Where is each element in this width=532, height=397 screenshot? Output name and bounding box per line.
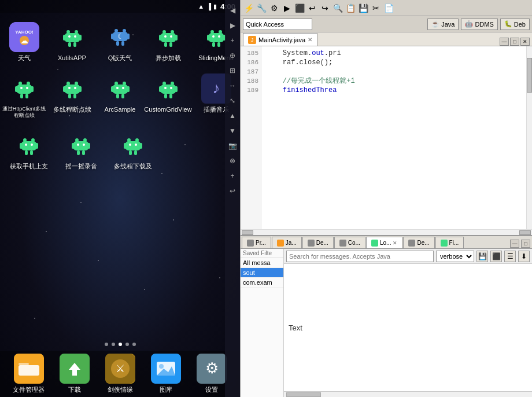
side-btn-5[interactable]: ↔ — [227, 80, 238, 91]
logcat-format-btn[interactable]: ☰ — [504, 251, 516, 262]
toolbar-icon-3[interactable]: ⚙ — [268, 2, 280, 14]
svg-rect-7 — [63, 35, 66, 41]
side-btn-3[interactable]: ⊕ — [227, 50, 238, 61]
perspective-java[interactable]: ☕ Java — [427, 19, 459, 30]
page-dot-4[interactable] — [132, 343, 136, 346]
bottom-tab-fi[interactable]: Fi... — [435, 237, 464, 248]
toolbar-icon-9[interactable]: 📋 — [345, 2, 356, 14]
bottom-tab-lo[interactable]: Lo... ✕ — [366, 237, 402, 248]
toolbar-icon-10[interactable]: 💾 — [357, 2, 369, 14]
minimize-btn[interactable]: — — [500, 38, 509, 46]
app-shake[interactable]: 摇一摇录音 — [58, 130, 104, 170]
logcat-hscrollbar[interactable] — [284, 391, 532, 397]
toolbar-icon-7[interactable]: ↪ — [319, 2, 331, 14]
page-dot-1[interactable] — [112, 343, 115, 346]
side-btn-4[interactable]: ⊞ — [227, 65, 238, 76]
svg-rect-18 — [116, 41, 119, 46]
side-btn-7[interactable]: 📷 — [227, 140, 238, 152]
dock-filemanager[interactable]: 文件管理器 — [6, 354, 51, 394]
editor-tab-mainactivity[interactable]: J MainActivity.java ✕ — [243, 33, 317, 46]
tab-icon-ja — [277, 240, 284, 247]
tab-icon-fi — [441, 240, 448, 247]
bottom-panel-maximize[interactable]: □ — [521, 240, 530, 248]
toolbar-icon-4[interactable]: ▶ — [281, 2, 293, 14]
ide-panel: ⚡ 🔧 ⚙ ▶ ⬛ ↩ ↪ 🔍 📋 💾 ✂ 📄 ☕ Java 🤖 DDMS 🐛 … — [240, 0, 532, 397]
svg-point-65 — [122, 87, 124, 89]
app-row-3: 获取手机上支 摇一摇录音 — [0, 130, 240, 170]
app-multithread[interactable]: 多线程断点续 — [49, 73, 95, 119]
editor-tab-close[interactable]: ✕ — [308, 36, 312, 43]
logcat-save-btn[interactable]: 💾 — [476, 251, 488, 262]
app-xutils[interactable]: XutilsAPP — [49, 22, 95, 62]
bottom-tab-de1[interactable]: De... — [302, 237, 334, 248]
page-dot-2[interactable] — [119, 343, 122, 346]
side-btn-back[interactable]: ↩ — [227, 185, 238, 197]
toolbar-icon-6[interactable]: ↩ — [306, 2, 318, 14]
svg-point-85 — [31, 144, 33, 146]
code-lines[interactable]: System.out.pri raf.close(); //每完成一个线程就+1… — [261, 46, 526, 229]
maximize-btn[interactable]: □ — [510, 38, 519, 46]
quick-access-input[interactable] — [243, 19, 312, 30]
page-dot-0[interactable] — [105, 343, 108, 346]
dock-game[interactable]: ⚔ 剑侠情缘 — [97, 354, 143, 394]
bottom-tab-ja[interactable]: Ja... — [272, 237, 302, 248]
toolbar-icon-2[interactable]: 🔧 — [256, 2, 267, 14]
side-btn-1[interactable]: ◀ — [227, 5, 238, 16]
side-btn-2[interactable]: ▶ — [227, 20, 238, 31]
filter-sout[interactable]: sout — [241, 268, 283, 278]
app-async[interactable]: 异步加载 — [145, 22, 191, 62]
toolbar-icon-12[interactable]: 📄 — [383, 2, 394, 14]
app-gridview[interactable]: CustomGridView — [145, 73, 191, 119]
bottom-tab-de2[interactable]: De... — [403, 237, 434, 248]
app-qweather[interactable]: ☾ Q版天气 — [97, 22, 143, 62]
side-btn-6[interactable]: ⤡ — [227, 95, 238, 106]
logcat-panel: Saved Filte All messa sout com.exam verb… — [241, 249, 532, 397]
toolbar-icon-11[interactable]: ✂ — [370, 2, 382, 14]
app-arc[interactable]: ArcSample — [97, 73, 143, 119]
logcat-search-input[interactable] — [286, 251, 434, 262]
app-tianqi[interactable]: YAHOO! ☁ 天气 — [1, 22, 47, 62]
app-label-http: 通过HttpClient多线程断点续 — [1, 106, 47, 119]
lo-tab-close[interactable]: ✕ — [393, 240, 397, 246]
app-download-mt[interactable]: 多线程下载及 — [110, 130, 156, 170]
svg-text:☾: ☾ — [117, 32, 123, 41]
side-btn-8[interactable]: ⊗ — [227, 155, 238, 167]
filter-all[interactable]: All messa — [241, 258, 283, 268]
perspective-ddms[interactable]: 🤖 DDMS — [461, 19, 497, 30]
svg-rect-90 — [87, 143, 90, 149]
ide-toolbar: ⚡ 🔧 ⚙ ▶ ⬛ ↩ ↪ 🔍 📋 💾 ✂ 📄 — [241, 0, 532, 16]
side-btn-9[interactable]: + — [227, 170, 238, 182]
app-http[interactable]: 通过HttpClient多线程断点续 — [1, 73, 47, 119]
line-num-185: 185 — [241, 49, 261, 58]
side-btn-vol-up[interactable]: ▲ — [227, 110, 238, 122]
app-phone[interactable]: 获取手机上支 — [6, 130, 52, 170]
svg-text:♪: ♪ — [212, 79, 220, 97]
svg-rect-91 — [77, 150, 80, 155]
svg-rect-79 — [21, 141, 36, 150]
bottom-tab-pr[interactable]: Pr... — [242, 237, 271, 248]
logcat-clear-btn[interactable]: ⬛ — [490, 251, 502, 262]
dock-gallery[interactable]: 图库 — [143, 354, 189, 394]
page-dot-3[interactable] — [125, 343, 129, 346]
filter-com[interactable]: com.exam — [241, 278, 283, 288]
toolbar-icon-8[interactable]: 🔍 — [332, 2, 343, 14]
svg-rect-92 — [82, 150, 85, 155]
toolbar-icon-5[interactable]: ⬛ — [294, 2, 305, 14]
bottom-tab-co[interactable]: Co... — [334, 237, 365, 248]
dock-download[interactable]: 下载 — [51, 354, 97, 394]
app-label-phone: 获取手机上支 — [10, 163, 48, 170]
svg-point-12 — [74, 35, 76, 38]
close-btn[interactable]: ✕ — [520, 38, 530, 46]
toolbar-icon-1[interactable]: ⚡ — [243, 2, 254, 14]
bottom-panel-minimize[interactable]: — — [510, 240, 519, 248]
side-btn-zoom-in[interactable]: + — [227, 35, 238, 46]
perspective-debug[interactable]: 🐛 Deb — [500, 19, 530, 30]
logcat-level-select[interactable]: verbose debug info warn error — [436, 251, 474, 262]
editor-scrollbar[interactable] — [526, 46, 532, 229]
editor-hscrollbar[interactable] — [241, 229, 532, 235]
logcat-scroll-btn[interactable]: ⬇ — [518, 251, 530, 262]
svg-rect-62 — [116, 94, 119, 98]
bottom-tab-bar: Pr... Ja... De... Co... Lo... ✕ — [241, 236, 532, 249]
side-btn-vol-dn[interactable]: ▼ — [227, 125, 238, 137]
dock-label-download: 下载 — [68, 386, 81, 394]
